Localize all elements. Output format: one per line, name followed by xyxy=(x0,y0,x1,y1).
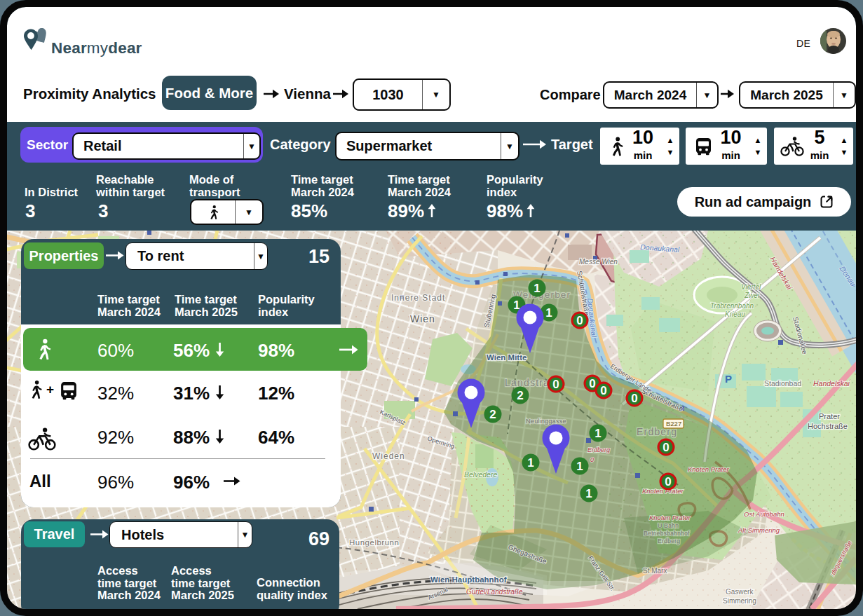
svg-text:P: P xyxy=(725,373,732,385)
svg-text:Alt Simmering: Alt Simmering xyxy=(738,526,780,534)
svg-text:Gürtel/Landstraße: Gürtel/Landstraße xyxy=(466,588,523,596)
svg-text:0: 0 xyxy=(631,392,637,405)
svg-text:Erdberg: Erdberg xyxy=(587,446,610,453)
svg-text:Stadionbad: Stadionbad xyxy=(764,379,801,388)
svg-text:0: 0 xyxy=(590,456,594,463)
svg-text:0: 0 xyxy=(552,378,559,391)
svg-text:1: 1 xyxy=(576,460,583,473)
svg-text:Prater: Prater xyxy=(819,412,840,420)
svg-text:Simmering: Simmering xyxy=(723,597,756,605)
svg-text:U Bahn: U Bahn xyxy=(658,522,679,529)
svg-text:1: 1 xyxy=(594,427,601,440)
svg-text:Wieden: Wieden xyxy=(372,451,405,461)
svg-text:Trabrennbahn: Trabrennbahn xyxy=(710,302,754,310)
svg-text:B227: B227 xyxy=(666,420,681,427)
svg-text:Betriebsbahnhof: Betriebsbahnhof xyxy=(644,530,690,537)
svg-text:0: 0 xyxy=(665,475,671,488)
svg-text:Innere Stadt: Innere Stadt xyxy=(391,293,445,303)
svg-text:Belvedere: Belvedere xyxy=(464,470,497,479)
svg-text:Viertel: Viertel xyxy=(741,283,761,291)
svg-text:1: 1 xyxy=(534,282,540,295)
svg-text:1: 1 xyxy=(585,487,592,500)
svg-text:Handelskai: Handelskai xyxy=(813,379,850,388)
svg-text:1: 1 xyxy=(545,306,552,320)
svg-text:Ost Autobahn: Ost Autobahn xyxy=(744,510,784,518)
svg-text:St Marx: St Marx xyxy=(643,567,667,575)
svg-text:Erdberg: Erdberg xyxy=(658,538,680,545)
svg-text:Wien: Wien xyxy=(410,313,435,324)
svg-text:1: 1 xyxy=(527,456,534,470)
svg-text:2: 2 xyxy=(517,389,523,402)
svg-text:Hochstraße: Hochstraße xyxy=(808,422,848,430)
svg-text:Messe Wien: Messe Wien xyxy=(579,258,618,266)
svg-text:Wien Mitte: Wien Mitte xyxy=(487,353,526,362)
svg-text:0: 0 xyxy=(576,314,583,327)
svg-text:Hungelbrunn: Hungelbrunn xyxy=(349,538,399,547)
svg-text:2: 2 xyxy=(489,408,496,421)
svg-text:Knoten Prater: Knoten Prater xyxy=(688,465,729,473)
svg-text:Wien Hauptbahnhof: Wien Hauptbahnhof xyxy=(430,575,507,584)
svg-text:Krieau: Krieau xyxy=(725,310,745,318)
svg-text:Neulinggasse: Neulinggasse xyxy=(526,417,566,425)
svg-text:Gaswerk: Gaswerk xyxy=(726,588,754,596)
svg-text:Zwei: Zwei xyxy=(744,292,760,299)
svg-text:0: 0 xyxy=(600,384,606,397)
svg-text:0: 0 xyxy=(589,377,595,390)
svg-text:0: 0 xyxy=(662,441,669,454)
svg-text:Knoten Prater: Knoten Prater xyxy=(649,514,691,521)
